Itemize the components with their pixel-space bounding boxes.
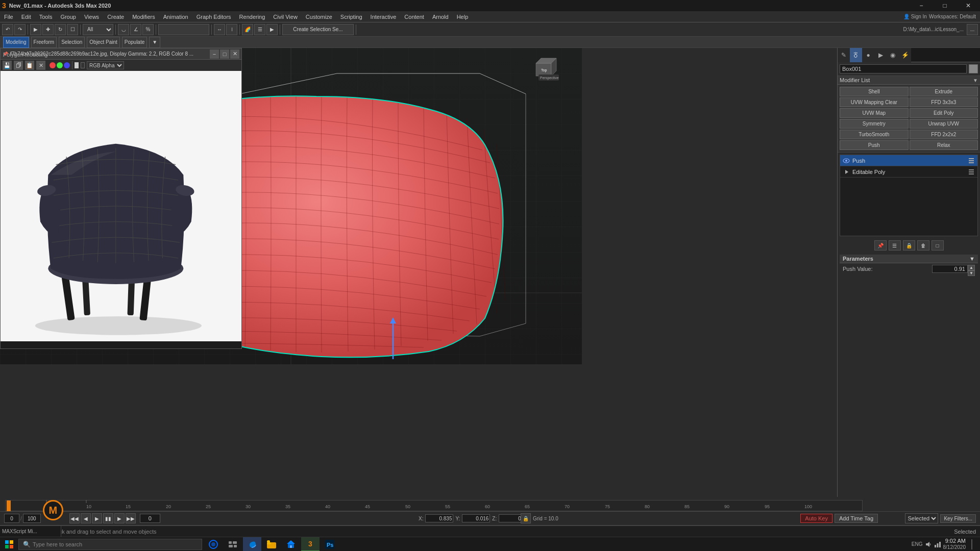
modifier-uvw-map[interactable]: UVW Map: [840, 108, 909, 118]
stack-visibility-editable-poly[interactable]: [842, 168, 850, 176]
next-frame-button[interactable]: ▶: [114, 513, 125, 523]
color-black-dot[interactable]: [81, 62, 85, 68]
total-frames-input[interactable]: [23, 514, 41, 523]
y-coord-input[interactable]: [462, 514, 490, 522]
tab-populate[interactable]: Populate: [122, 37, 147, 48]
menu-content[interactable]: Content: [400, 13, 428, 21]
modifier-relax[interactable]: Relax: [910, 140, 978, 150]
minimize-button[interactable]: −: [910, 0, 933, 11]
stack-editable-poly-settings[interactable]: [967, 168, 975, 176]
modifier-symmetry[interactable]: Symmetry: [840, 119, 909, 129]
mirror-button[interactable]: ↔: [214, 24, 225, 35]
tab-selection[interactable]: Selection: [59, 37, 85, 48]
taskbar-3dsmax[interactable]: 3: [301, 537, 320, 552]
lock-button[interactable]: 🔒: [521, 513, 531, 523]
tab-object-paint[interactable]: Object Paint: [87, 37, 119, 48]
go-to-start-button[interactable]: ◀◀: [69, 513, 80, 523]
play-button[interactable]: ▶: [92, 513, 102, 523]
color-white-dot[interactable]: [75, 62, 79, 68]
menu-edit[interactable]: Edit: [17, 13, 35, 21]
stack-visibility-push[interactable]: [842, 157, 850, 165]
redo-button[interactable]: ↷: [14, 24, 26, 35]
hierarchy-panel-tab[interactable]: ●: [862, 48, 874, 62]
named-selection-input[interactable]: [158, 24, 209, 35]
angle-snap-button[interactable]: ∠: [130, 24, 141, 35]
stack-push-settings[interactable]: [967, 157, 975, 165]
clock-display[interactable]: 9:02 AM 8/12/2020: [943, 538, 966, 550]
modifier-edit-poly[interactable]: Edit Poly: [910, 108, 978, 118]
menu-create[interactable]: Create: [103, 13, 128, 21]
toolbar-options[interactable]: ▼: [149, 37, 160, 48]
menu-file[interactable]: File: [0, 13, 17, 21]
taskbar-explorer[interactable]: [262, 537, 281, 552]
menu-help[interactable]: Help: [453, 13, 473, 21]
timeline-ruler[interactable]: 0 5 10 15 20 25 30 35 40 45 50 55 60 65 …: [5, 500, 863, 511]
create-panel-tab[interactable]: ✎: [838, 48, 850, 62]
menu-views[interactable]: Views: [80, 13, 103, 21]
render-button[interactable]: ▶: [266, 24, 278, 35]
stack-item-push[interactable]: Push: [840, 155, 977, 166]
ref-save-icon[interactable]: 💾: [3, 61, 12, 70]
percent-snap-button[interactable]: %: [142, 24, 154, 35]
parameters-header[interactable]: Parameters ▼: [840, 255, 978, 263]
prev-frame-button[interactable]: ◀: [81, 513, 91, 523]
modifier-unwrap-uvw[interactable]: Unwrap UVW: [910, 119, 978, 129]
volume-icon[interactable]: [925, 541, 932, 548]
stop-button[interactable]: ▮▮: [103, 513, 113, 523]
current-frame-input[interactable]: [4, 514, 19, 523]
snap-button[interactable]: ◡: [118, 24, 129, 35]
menu-interactive[interactable]: Interactive: [366, 13, 401, 21]
render-setup-button[interactable]: ☰: [254, 24, 265, 35]
menu-rendering[interactable]: Rendering: [235, 13, 270, 21]
push-value-spinner[interactable]: ▲ ▼: [968, 265, 975, 273]
maximize-button[interactable]: □: [933, 0, 957, 11]
taskbar-store[interactable]: [282, 537, 300, 552]
stack-item-editable-poly[interactable]: Editable Poly: [840, 166, 977, 178]
modifier-turbosmooth[interactable]: TurboSmooth: [840, 130, 909, 139]
frame-number-input[interactable]: [140, 514, 160, 523]
modifier-shell[interactable]: Shell: [840, 87, 909, 96]
menu-group[interactable]: Group: [56, 13, 80, 21]
ref-close-button[interactable]: ✕: [230, 49, 239, 59]
start-button[interactable]: [0, 537, 18, 552]
push-value-input[interactable]: 0.91: [932, 265, 968, 273]
stack-pin-button[interactable]: 📌: [874, 240, 887, 251]
modifier-ffd-2x2x2[interactable]: FFD 2x2x2: [910, 130, 978, 139]
key-filters-button[interactable]: Key Filters...: [940, 514, 976, 523]
stack-unique-button[interactable]: □: [932, 240, 944, 251]
menu-arnold[interactable]: Arnold: [428, 13, 453, 21]
timeline-thumb[interactable]: [7, 500, 11, 512]
auto-key-button[interactable]: Auto Key: [800, 514, 832, 523]
x-coord-input[interactable]: [425, 514, 453, 522]
motion-panel-tab[interactable]: ▶: [874, 48, 887, 62]
create-selection-set[interactable]: Create Selection Se...: [282, 24, 354, 35]
path-browse-button[interactable]: ...: [967, 24, 978, 35]
add-time-tag-button[interactable]: Add Time Tag: [835, 514, 878, 523]
menu-customize[interactable]: Customize: [302, 13, 336, 21]
go-to-end-button[interactable]: ▶▶: [126, 513, 136, 523]
taskbar-edge[interactable]: [243, 537, 261, 552]
sign-in[interactable]: 👤 Sign In: [903, 14, 927, 19]
menu-animation[interactable]: Animation: [159, 13, 192, 21]
ref-minimize-button[interactable]: −: [210, 49, 219, 59]
ref-close-icon[interactable]: ✕: [36, 61, 45, 70]
menu-tools[interactable]: Tools: [35, 13, 57, 21]
align-button[interactable]: ⁞: [226, 24, 237, 35]
color-dot-green[interactable]: [57, 62, 63, 68]
modifier-push[interactable]: Push: [840, 140, 909, 150]
menu-modifiers[interactable]: Modifiers: [128, 13, 159, 21]
modifier-extrude[interactable]: Extrude: [910, 87, 978, 96]
modifier-uvw-mapping-clear[interactable]: UVW Mapping Clear: [840, 97, 909, 107]
channel-select[interactable]: RGB Alpha: [87, 61, 124, 69]
menu-civil-view[interactable]: Civil View: [269, 13, 301, 21]
ref-paste-icon[interactable]: 📋: [25, 61, 34, 70]
search-bar[interactable]: 🔍 Type here to search: [18, 539, 202, 550]
menu-scripting[interactable]: Scripting: [336, 13, 366, 21]
display-panel-tab[interactable]: ◉: [887, 48, 899, 62]
object-name-field[interactable]: Box001: [840, 64, 967, 73]
taskbar-cortana[interactable]: [204, 537, 223, 552]
color-dot-red[interactable]: [50, 62, 56, 68]
utilities-panel-tab[interactable]: ⚡: [899, 48, 911, 62]
view-cube[interactable]: Top Perspective: [531, 53, 561, 84]
modify-panel-tab[interactable]: ⛣: [850, 48, 862, 62]
